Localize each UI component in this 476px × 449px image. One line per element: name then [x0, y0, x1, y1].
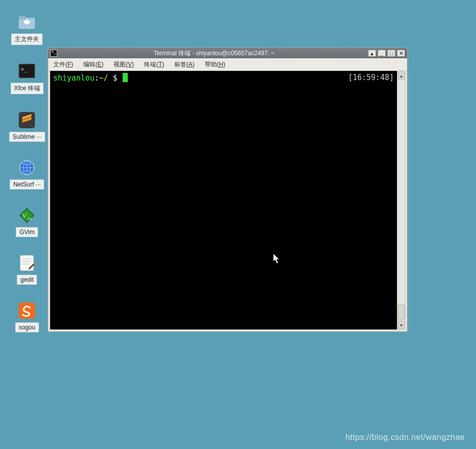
- timestamp: [16:59:48]: [348, 73, 394, 83]
- terminal-body: shiyanlou:~/ $ [16:59:48] ▴ ▾: [50, 71, 406, 330]
- svg-rect-13: [20, 255, 33, 271]
- icon-label: NetSurf ···: [10, 179, 44, 190]
- svg-text:>_: >_: [21, 66, 28, 72]
- terminal-icon: >_: [18, 62, 35, 80]
- icon-label: Sublime ···: [9, 132, 45, 142]
- icon-label: GVim: [16, 227, 38, 237]
- icon-label: Xfce 终端: [11, 83, 44, 94]
- title-buttons: ▴ _ □ ✕: [368, 50, 405, 57]
- shade-button[interactable]: ▴: [368, 50, 376, 57]
- window-title: Terminal 终端 - shiyanlou@c05657ac2497: ~: [60, 49, 368, 58]
- menu-accel: A: [189, 61, 193, 68]
- desktop-icons: 主文件夹 >_ Xfce 终端 Sublime ···: [9, 13, 45, 332]
- menu-tabs[interactable]: 标签(A): [172, 60, 197, 69]
- svg-rect-1: [19, 16, 26, 19]
- gedit-icon: [18, 254, 35, 272]
- titlebar[interactable]: Terminal 终端 - shiyanlou@c05657ac2497: ~ …: [48, 48, 407, 58]
- menu-accel: V: [128, 61, 132, 68]
- gvim-icon: V im: [18, 207, 35, 224]
- mouse-cursor-icon: [273, 253, 281, 265]
- sublime-icon: [18, 111, 35, 129]
- menu-label: 终端: [144, 61, 156, 68]
- menu-label: 标签: [174, 61, 187, 68]
- menu-edit[interactable]: 编辑(E): [81, 60, 105, 69]
- prompt-colon: :: [94, 73, 99, 83]
- desktop-icon-xfce-terminal[interactable]: >_ Xfce 终端: [9, 62, 45, 94]
- icon-label: 主文件夹: [11, 33, 43, 45]
- prompt-line: shiyanlou:~/ $ [16:59:48]: [53, 73, 394, 83]
- desktop-icon-sogou[interactable]: sogou: [9, 302, 45, 332]
- svg-text:im: im: [27, 216, 32, 221]
- menu-file[interactable]: 文件(F): [51, 60, 75, 69]
- maximize-button[interactable]: □: [387, 50, 395, 57]
- scroll-thumb[interactable]: [398, 305, 405, 320]
- globe-icon: [18, 159, 35, 176]
- icon-label: sogou: [15, 322, 39, 332]
- menu-label: 编辑: [83, 61, 95, 68]
- prompt-path: ~/: [99, 73, 108, 83]
- scrollbar: ▴ ▾: [397, 71, 405, 329]
- close-button[interactable]: ✕: [397, 50, 405, 57]
- menu-terminal[interactable]: 终端(T): [142, 60, 166, 69]
- menu-accel: T: [158, 61, 162, 68]
- terminal-content[interactable]: shiyanlou:~/ $ [16:59:48]: [50, 71, 397, 329]
- watermark: https://blog.csdn.net/wangzhae: [345, 433, 465, 442]
- desktop-icon-gvim[interactable]: V im GVim: [9, 207, 45, 237]
- prompt-dollar: $: [108, 73, 122, 83]
- prompt-user: shiyanlou: [53, 73, 94, 83]
- menubar: 文件(F) 编辑(E) 视图(V) 终端(T) 标签(A) 帮助(H): [48, 58, 407, 71]
- menu-label: 文件: [53, 61, 65, 68]
- menu-accel: E: [97, 61, 101, 68]
- menu-accel: H: [219, 61, 224, 68]
- svg-marker-20: [273, 253, 279, 264]
- desktop-icon-home-folder[interactable]: 主文件夹: [9, 13, 45, 45]
- prompt: shiyanlou:~/ $: [53, 73, 128, 83]
- minimize-button[interactable]: _: [378, 50, 386, 57]
- menu-accel: F: [67, 61, 71, 68]
- folder-icon: [18, 13, 35, 30]
- menu-label: 视图: [114, 61, 126, 68]
- menu-help[interactable]: 帮助(H): [203, 60, 228, 69]
- scroll-down-button[interactable]: ▾: [398, 321, 405, 329]
- desktop-icon-gedit[interactable]: gedit: [9, 254, 45, 285]
- icon-label: gedit: [17, 275, 37, 285]
- cursor-block: [123, 73, 128, 82]
- menu-view[interactable]: 视图(V): [112, 60, 136, 69]
- scroll-up-button[interactable]: ▴: [398, 71, 405, 80]
- desktop-icon-netsurf[interactable]: NetSurf ···: [9, 159, 45, 190]
- sogou-icon: [18, 302, 35, 319]
- window-terminal-icon: [50, 50, 57, 57]
- terminal-window: Terminal 终端 - shiyanlou@c05657ac2497: ~ …: [48, 48, 408, 332]
- menu-label: 帮助: [205, 61, 217, 68]
- desktop-icon-sublime[interactable]: Sublime ···: [9, 111, 45, 142]
